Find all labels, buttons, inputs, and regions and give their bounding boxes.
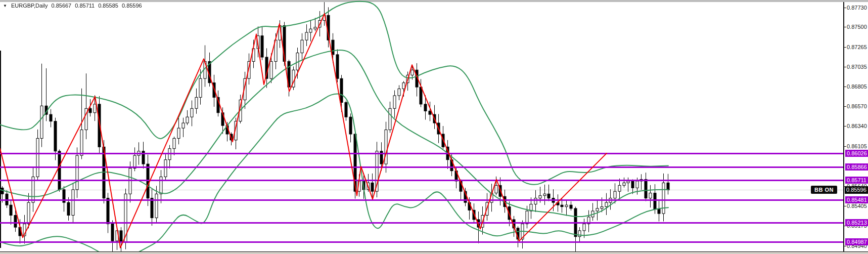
ohlc-close-value: 0.85596 <box>122 3 142 9</box>
axis-tick-dash <box>844 246 846 246</box>
axis-tick-label: 0.85405 <box>847 203 867 209</box>
axis-tick-label: 0.86805 <box>847 83 867 90</box>
axis-tick-label: 0.86105 <box>847 143 867 150</box>
ohlc-high-value: 0.85711 <box>75 3 95 9</box>
axis-tick-label: 0.87730 <box>847 5 867 11</box>
axis-tick-label: 0.86340 <box>847 123 867 130</box>
window-bottom-strip <box>0 251 868 254</box>
ohlc-low-value: 0.85585 <box>98 3 118 9</box>
symbol-period-label: EURGBP,Daily <box>11 3 48 9</box>
current-price-label: 0.85596 <box>845 186 868 194</box>
ohlc-open-value: 0.85667 <box>51 3 71 9</box>
axis-tick-label: 0.86570 <box>847 103 867 110</box>
axis-tick-label: 0.87035 <box>847 64 867 70</box>
chart-title-bar: ▼EURGBP,Daily0.856670.857110.855850.8559… <box>3 3 146 10</box>
axis-tick-dash <box>844 67 846 67</box>
trading-chart-window: { "window": { "symbol_period": "EURGBP,D… <box>0 0 868 254</box>
axis-tick-dash <box>844 8 846 8</box>
axis-tick-dash <box>844 27 846 27</box>
price-axis[interactable]: 0.85596 0.877300.875000.872650.870350.86… <box>843 2 868 251</box>
axis-tick-dash <box>844 126 846 126</box>
level-price-label: 0.85711 <box>845 177 868 184</box>
axis-tick-dash <box>844 87 846 87</box>
axis-tick-dash <box>844 146 846 147</box>
axis-tick-dash <box>844 47 846 48</box>
level-price-label: 0.86026 <box>845 150 868 157</box>
chart-dropdown-triangle-icon[interactable]: ▼ <box>3 4 7 8</box>
level-price-label: 0.85866 <box>845 163 868 171</box>
axis-tick-dash <box>844 106 846 107</box>
axis-tick-dash <box>844 206 846 206</box>
level-price-label: 0.84987 <box>845 238 868 245</box>
axis-tick-label: 0.87500 <box>847 24 867 30</box>
bb-toggle-button[interactable]: BB ON <box>811 186 837 194</box>
level-price-label: 0.85213 <box>845 219 868 226</box>
price-chart-canvas[interactable] <box>0 0 843 254</box>
level-price-label: 0.85481 <box>845 196 868 203</box>
axis-tick-label: 0.87265 <box>847 44 867 51</box>
